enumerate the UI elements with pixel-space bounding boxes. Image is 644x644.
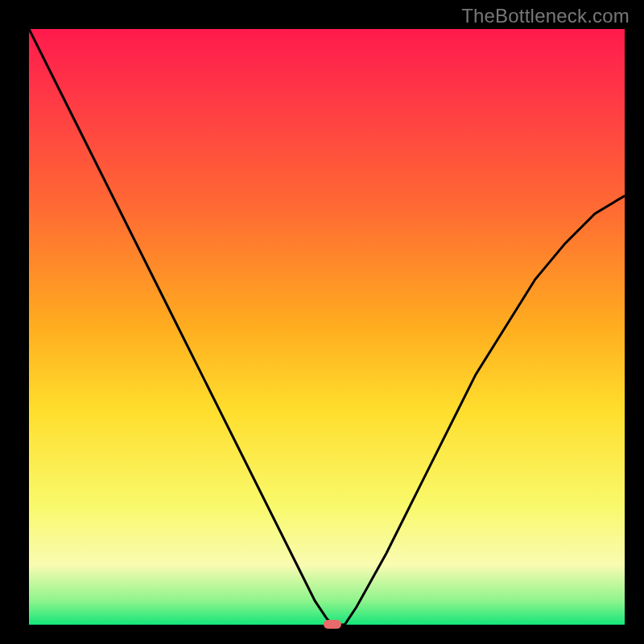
watermark-text: TheBottleneck.com [461, 5, 630, 27]
bottleneck-curve [29, 29, 625, 625]
chart-frame: TheBottleneck.com [0, 0, 644, 644]
optimal-point-marker [324, 620, 341, 629]
